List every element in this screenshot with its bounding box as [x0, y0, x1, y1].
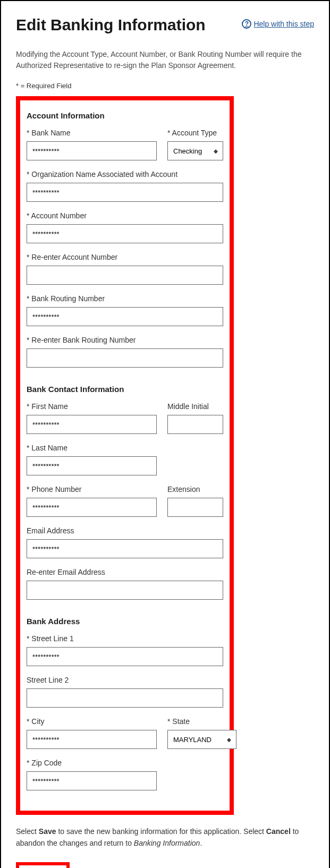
page-container: Edit Banking Information ? Help with thi… — [0, 0, 330, 868]
section-title-account-info: Account Information — [27, 111, 223, 120]
reenter-routing-label: * Re-enter Bank Routing Number — [27, 336, 223, 344]
first-name-field[interactable] — [27, 415, 157, 434]
zip-label: * Zip Code — [27, 759, 223, 767]
account-number-field[interactable] — [27, 224, 223, 243]
account-type-select[interactable]: Checking — [167, 141, 223, 160]
routing-label: * Bank Routing Number — [27, 294, 223, 303]
street1-label: * Street Line 1 — [27, 634, 223, 643]
reenter-email-label: Re-enter Email Address — [27, 568, 223, 576]
email-label: Email Address — [27, 526, 223, 535]
org-name-label: * Organization Name Associated with Acco… — [27, 170, 223, 178]
extension-field[interactable] — [167, 498, 223, 517]
section-title-address: Bank Address — [27, 617, 223, 626]
required-note: * = Required Field — [16, 82, 314, 90]
city-field[interactable] — [27, 730, 157, 749]
button-row: Save Cancel — [16, 862, 314, 868]
last-name-field[interactable] — [27, 456, 157, 475]
state-label: * State — [167, 717, 236, 726]
routing-field[interactable] — [27, 307, 223, 326]
extension-label: Extension — [167, 485, 223, 493]
email-field[interactable] — [27, 539, 223, 558]
middle-initial-label: Middle Initial — [167, 402, 223, 411]
reenter-account-number-field[interactable] — [27, 266, 223, 285]
account-type-label: * Account Type — [167, 129, 223, 137]
section-title-contact: Bank Contact Information — [27, 385, 223, 394]
phone-label: * Phone Number — [27, 485, 157, 493]
phone-field[interactable] — [27, 498, 157, 517]
street1-field[interactable] — [27, 647, 223, 666]
save-button-highlight: Save — [16, 862, 70, 868]
help-icon: ? — [242, 19, 251, 29]
zip-field[interactable] — [27, 771, 157, 790]
help-link-label: Help with this step — [253, 20, 314, 28]
street2-label: Street Line 2 — [27, 676, 223, 684]
page-title: Edit Banking Information — [16, 16, 206, 34]
org-name-field[interactable] — [27, 183, 223, 202]
last-name-label: * Last Name — [27, 444, 223, 452]
bank-name-label: * Bank Name — [27, 129, 157, 137]
street2-field[interactable] — [27, 688, 223, 708]
intro-text: Modifying the Account Type, Account Numb… — [16, 49, 314, 71]
first-name-label: * First Name — [27, 402, 157, 411]
reenter-email-field[interactable] — [27, 581, 223, 600]
form-highlight-box: Account Information * Bank Name * Accoun… — [16, 96, 234, 815]
state-select[interactable]: MARYLAND — [167, 730, 236, 749]
bank-name-field[interactable] — [27, 141, 157, 160]
header-row: Edit Banking Information ? Help with thi… — [16, 16, 314, 34]
help-link[interactable]: ? Help with this step — [242, 19, 314, 29]
middle-initial-field[interactable] — [167, 415, 223, 434]
city-label: * City — [27, 717, 157, 726]
reenter-account-number-label: * Re-enter Account Number — [27, 253, 223, 261]
reenter-routing-field[interactable] — [27, 348, 223, 368]
save-instructions: Select Save to save the new banking info… — [16, 826, 314, 849]
account-number-label: * Account Number — [27, 211, 223, 220]
